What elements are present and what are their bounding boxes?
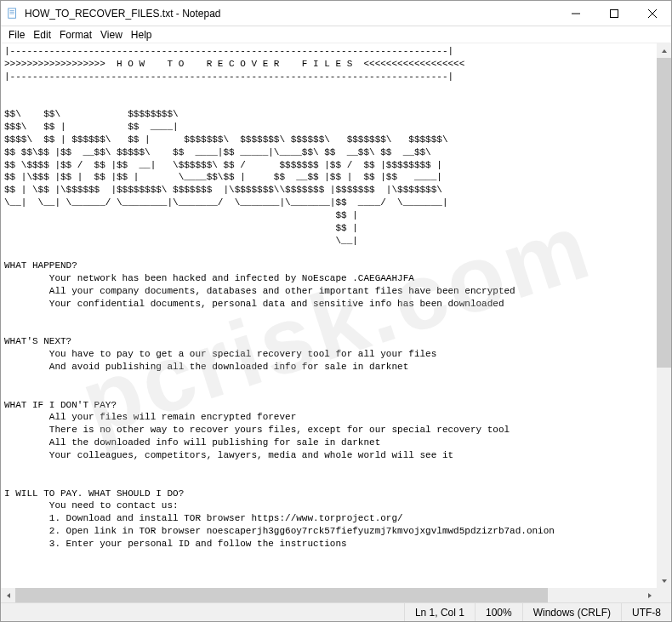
menu-file[interactable]: File [4, 29, 29, 41]
status-zoom: 100% [475, 603, 522, 621]
menu-edit[interactable]: Edit [29, 29, 55, 41]
content-wrapper: |---------------------------------------… [1, 43, 671, 602]
menubar: File Edit Format View Help [1, 26, 671, 43]
scroll-thumb-vertical[interactable] [657, 58, 671, 368]
notepad-window: HOW_TO_RECOVER_FILES.txt - Notepad File … [0, 0, 672, 622]
window-controls [556, 1, 671, 26]
scroll-corner [657, 588, 671, 602]
scroll-thumb-horizontal[interactable] [15, 588, 548, 602]
horizontal-scrollbar[interactable] [1, 588, 657, 602]
svg-rect-0 [9, 8, 16, 17]
close-button[interactable] [633, 1, 671, 26]
svg-rect-5 [610, 10, 618, 18]
maximize-button[interactable] [595, 1, 633, 26]
status-lineending: Windows (CRLF) [522, 603, 621, 621]
status-position: Ln 1, Col 1 [404, 603, 475, 621]
window-title: HOW_TO_RECOVER_FILES.txt - Notepad [25, 8, 556, 20]
scroll-up-icon[interactable] [657, 43, 671, 58]
scroll-track-vertical[interactable] [657, 58, 671, 573]
menu-view[interactable]: View [96, 29, 127, 41]
scroll-track-horizontal[interactable] [15, 588, 642, 602]
scroll-right-icon[interactable] [642, 588, 657, 602]
vertical-scrollbar[interactable] [657, 43, 671, 588]
status-encoding: UTF-8 [621, 603, 671, 621]
statusbar: Ln 1, Col 1 100% Windows (CRLF) UTF-8 [1, 602, 671, 621]
scroll-down-icon[interactable] [657, 573, 671, 588]
titlebar[interactable]: HOW_TO_RECOVER_FILES.txt - Notepad [1, 1, 671, 26]
minimize-button[interactable] [556, 1, 595, 26]
menu-help[interactable]: Help [127, 29, 157, 41]
notepad-icon [6, 7, 20, 20]
text-content[interactable]: |---------------------------------------… [1, 43, 671, 602]
scroll-left-icon[interactable] [1, 588, 15, 602]
menu-format[interactable]: Format [55, 29, 96, 41]
